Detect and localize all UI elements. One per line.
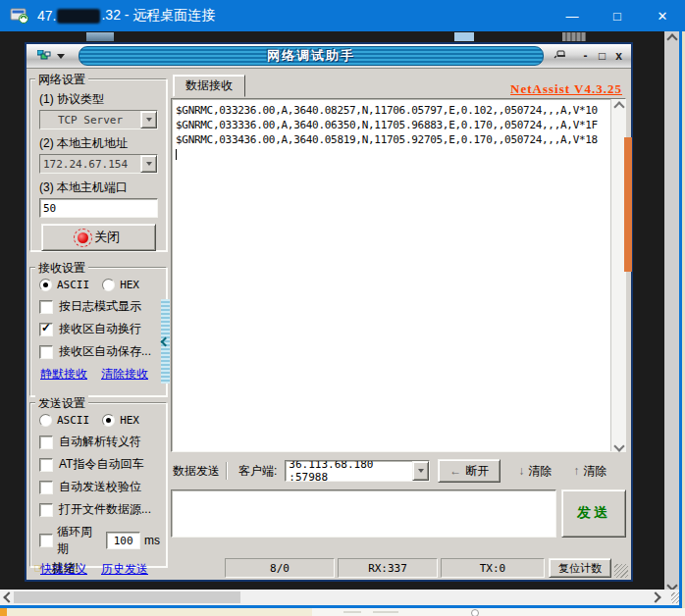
netassist-version-link[interactable]: NetAssist V4.3.25 (510, 81, 622, 97)
background-map-area (0, 608, 312, 616)
receive-area[interactable]: $GNRMC,033236.00,A,3640.08257,N,11706.05… (171, 98, 626, 452)
host-select[interactable]: 172.24.67.154 (39, 154, 158, 174)
tx-counter: TX:0 (441, 558, 545, 578)
rdp-horizontal-scrollbar[interactable] (0, 590, 664, 605)
rdp-titlebar: 47..32 - 远程桌面连接 — □ ✕ (0, 0, 685, 31)
file-source-checkbox[interactable] (39, 503, 53, 517)
chevron-down-icon[interactable] (140, 155, 157, 173)
background-map-marker (471, 609, 479, 616)
tab-data-send[interactable]: 数据发送 (171, 459, 226, 484)
client-select[interactable]: 36.113.68.180 :57988 (285, 460, 430, 482)
scroll-up-icon[interactable] (664, 31, 679, 46)
panel-collapse-splitter[interactable] (161, 299, 170, 384)
checkbox-label: 接收区自动换行 (59, 321, 141, 337)
down-arrow-icon: ↓ (518, 464, 524, 478)
escape-parse-checkbox[interactable] (39, 436, 53, 449)
protocol-label: (1) 协议类型 (39, 91, 160, 108)
checkbox-label: 自动发送校验位 (59, 479, 141, 495)
hex-radio[interactable] (102, 279, 115, 291)
hex-radio-label: HEX (120, 414, 139, 427)
checkbox-label: AT指令自动回车 (59, 456, 143, 473)
clear-receive-button[interactable]: ↓ 清除 (514, 461, 555, 482)
send-settings-group: 发送设置 ASCII HEX 自动解析转义符 (29, 402, 167, 567)
rdp-close-button[interactable]: ✕ (640, 0, 685, 31)
cycle-checkbox[interactable] (39, 534, 53, 547)
rdp-window-title: 47..32 - 远程桌面连接 (37, 7, 215, 25)
receive-scrollbar[interactable] (610, 99, 625, 451)
cycle-unit: ms (144, 534, 160, 547)
chevron-down-icon (57, 54, 65, 59)
network-settings-group: 网络设置 (1) 协议类型 TCP Server (2) 本地主机地址 172.… (29, 78, 167, 251)
checkbox-label: 按日志模式显示 (59, 298, 141, 315)
client-label: 客户端: (238, 463, 277, 480)
ascii-radio[interactable] (39, 279, 52, 291)
auto-linefeed-checkbox[interactable] (39, 323, 53, 336)
port-label: (3) 本地主机端口 (39, 180, 160, 196)
up-arrow-icon: ↑ (573, 464, 579, 478)
screen: 47..32 - 远程桌面连接 — □ ✕ (0, 0, 685, 616)
chevron-down-icon[interactable] (140, 111, 157, 128)
red-led-icon (78, 232, 88, 243)
rdp-maximize-button[interactable]: □ (595, 0, 640, 31)
background-desktop-strip (0, 608, 685, 616)
scroll-down-icon[interactable] (664, 575, 679, 590)
clear-receive-link[interactable]: 清除接收 (101, 366, 148, 383)
cycle-input[interactable] (107, 535, 139, 547)
status-bar: ☞ 就绪! 8/0 RX:337 TX:0 复位计数 (29, 558, 628, 578)
collapse-left-icon (161, 336, 171, 346)
clear-send-button[interactable]: ↑ 清除 (569, 461, 610, 482)
send-ascii-radio[interactable] (39, 414, 52, 427)
send-button[interactable]: 发送 (561, 489, 626, 538)
checkbox-label: 打开文件数据源... (59, 501, 151, 518)
background-map-dash (373, 611, 398, 613)
close-connection-button[interactable]: 关闭 (41, 224, 156, 251)
app-title-band: 网络调试助手 (79, 46, 544, 66)
reset-count-button[interactable]: 复位计数 (549, 558, 611, 578)
port-input[interactable] (40, 202, 157, 215)
ascii-radio-label: ASCII (57, 279, 89, 291)
app-maximize-button[interactable]: □ (594, 48, 610, 64)
redacted-ip (57, 9, 100, 24)
rdp-vertical-scrollbar[interactable] (664, 31, 679, 590)
port-field-wrap (39, 198, 158, 218)
send-area: 发送 (171, 489, 626, 538)
tab-data-receive[interactable]: 数据接收 (173, 75, 245, 97)
cycle-field-wrap (106, 532, 140, 549)
send-input[interactable] (171, 489, 556, 538)
app-body: 网络设置 (1) 协议类型 TCP Server (2) 本地主机地址 172.… (26, 69, 631, 581)
receive-text: $GNRMC,033236.00,A,3640.08257,N,11706.05… (172, 99, 611, 451)
protocol-select[interactable]: TCP Server (39, 110, 158, 129)
scroll-right-icon[interactable] (650, 591, 660, 602)
rdp-app-icon (10, 8, 29, 24)
pin-icon[interactable] (553, 48, 569, 64)
scroll-down-icon[interactable] (611, 436, 626, 451)
scroll-left-icon[interactable] (3, 591, 14, 602)
app-icon (37, 50, 51, 62)
background-window-fragment (562, 32, 586, 41)
background-window-fragment (454, 32, 474, 41)
rx-counter: RX:337 (338, 558, 438, 578)
divider (226, 462, 227, 480)
app-menu-button[interactable] (30, 48, 69, 64)
checksum-checkbox[interactable] (39, 481, 53, 494)
send-hex-radio[interactable] (102, 414, 115, 427)
log-mode-checkbox[interactable] (39, 300, 53, 314)
scroll-up-icon[interactable] (611, 99, 626, 114)
silent-receive-link[interactable]: 静默接收 (40, 366, 87, 383)
rdp-minimize-button[interactable]: — (550, 0, 595, 31)
background-orange-fragment (0, 608, 7, 616)
horizontal-scroll-thumb[interactable] (14, 591, 240, 603)
app-close-button[interactable]: x (610, 48, 627, 64)
checkbox-label: 自动解析转义符 (59, 434, 141, 450)
disconnect-button[interactable]: ← 断开 (438, 459, 501, 483)
app-minimize-button[interactable]: - (577, 48, 594, 64)
host-label: (2) 本地主机地址 (39, 135, 160, 152)
chevron-down-icon[interactable] (412, 461, 429, 481)
text-caret (176, 149, 177, 160)
auto-save-checkbox[interactable] (39, 345, 53, 359)
group-title: 接收设置 (35, 260, 88, 277)
resize-grip-icon[interactable] (614, 564, 628, 578)
receive-tab-bar: 数据接收 NetAssist V4.3.25 (171, 75, 626, 97)
app-titlebar: 网络调试助手 - □ x (26, 44, 631, 69)
at-cr-checkbox[interactable] (39, 458, 53, 472)
